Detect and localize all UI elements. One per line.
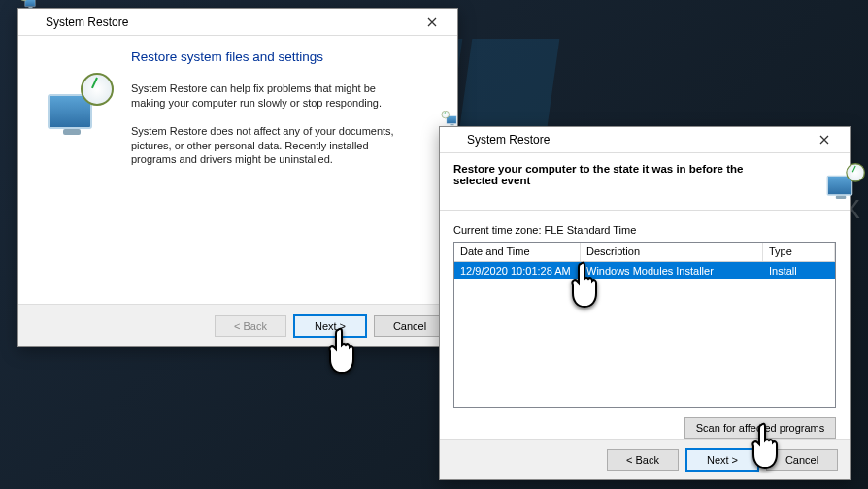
column-header-datetime[interactable]: Date and Time xyxy=(454,243,581,261)
titlebar[interactable]: System Restore xyxy=(18,9,457,36)
cancel-button[interactable]: Cancel xyxy=(374,315,446,337)
wizard-paragraph-1: System Restore can help fix problems tha… xyxy=(131,82,413,111)
wizard-graphic xyxy=(36,44,123,304)
table-header: Date and Time Description Type xyxy=(454,243,835,262)
wizard-graphic xyxy=(797,163,836,202)
system-restore-intro-dialog: System Restore Restore system files and … xyxy=(17,8,458,347)
close-button[interactable] xyxy=(413,11,451,34)
next-button[interactable]: Next > xyxy=(686,449,758,471)
restore-points-table[interactable]: Date and Time Description Type 12/9/2020… xyxy=(453,242,836,408)
next-button[interactable]: Next > xyxy=(294,315,366,337)
cell-datetime: 12/9/2020 10:01:28 AM xyxy=(454,262,581,279)
wizard-button-row: < Back Next > Cancel xyxy=(18,304,457,346)
cell-description: Windows Modules Installer xyxy=(581,262,763,279)
cancel-button[interactable]: Cancel xyxy=(766,449,838,471)
close-button[interactable] xyxy=(805,128,844,151)
column-header-type[interactable]: Type xyxy=(763,243,835,261)
close-icon xyxy=(427,17,437,27)
column-header-description[interactable]: Description xyxy=(581,243,763,261)
timezone-label: Current time zone: FLE Standard Time xyxy=(440,211,850,240)
cell-type: Install xyxy=(763,262,835,279)
system-restore-icon xyxy=(446,132,461,147)
back-button: < Back xyxy=(215,315,286,337)
wizard-heading: Restore system files and settings xyxy=(131,49,440,64)
titlebar[interactable]: System Restore xyxy=(440,127,850,153)
wizard-button-row: < Back Next > Cancel xyxy=(440,439,850,479)
close-icon xyxy=(819,135,829,145)
window-title: System Restore xyxy=(467,133,805,147)
system-restore-icon xyxy=(24,15,40,30)
table-row[interactable]: 12/9/2020 10:01:28 AM Windows Modules In… xyxy=(454,262,835,279)
system-restore-select-dialog: System Restore Restore your computer to … xyxy=(439,126,851,480)
wizard-paragraph-2: System Restore does not affect any of yo… xyxy=(131,124,413,168)
back-button[interactable]: < Back xyxy=(607,449,679,471)
wizard-heading: Restore your computer to the state it wa… xyxy=(453,163,789,186)
scan-affected-programs-button[interactable]: Scan for affected programs xyxy=(684,417,836,439)
window-title: System Restore xyxy=(46,16,413,29)
